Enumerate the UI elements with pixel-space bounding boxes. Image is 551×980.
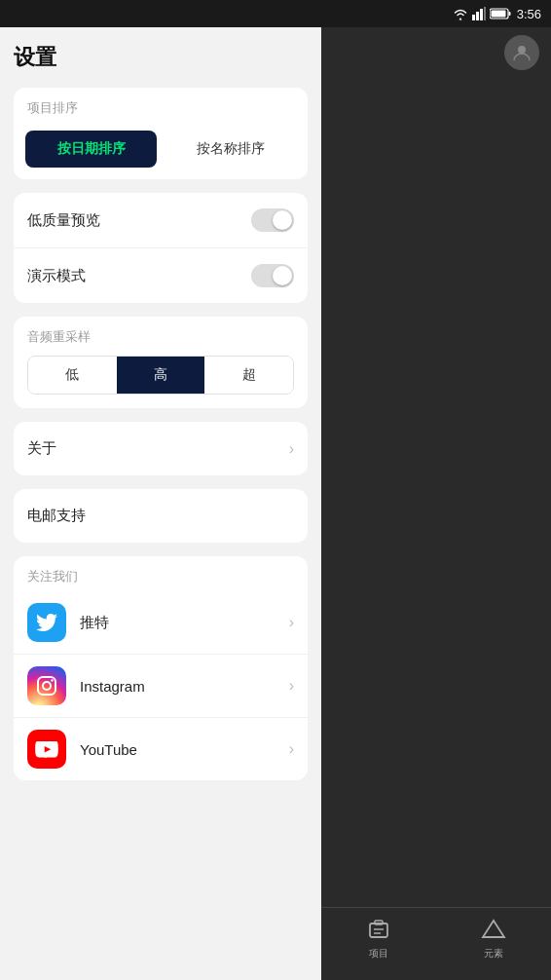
svg-rect-9: [375, 921, 383, 924]
right-panel-nav: 项目 元素: [321, 907, 551, 970]
nav-item-projects[interactable]: 项目: [366, 918, 391, 961]
toggle-low-quality-switch[interactable]: [251, 208, 294, 232]
resample-section-label: 音频重采样: [27, 328, 294, 346]
status-icons: 3:56: [453, 7, 541, 21]
battery-icon: [490, 8, 511, 19]
resample-ultra-button[interactable]: 超: [204, 357, 293, 394]
resample-section: 音频重采样 低 高 超: [14, 317, 308, 408]
social-item-youtube[interactable]: YouTube ›: [14, 718, 308, 780]
instagram-chevron-icon: ›: [289, 677, 294, 695]
about-label: 关于: [27, 439, 56, 458]
toggle-demo-mode-switch[interactable]: [251, 264, 294, 287]
instagram-icon-wrapper: [27, 666, 66, 705]
youtube-name: YouTube: [80, 741, 289, 758]
social-item-twitter[interactable]: 推特 ›: [14, 591, 308, 655]
svg-rect-5: [508, 12, 510, 16]
svg-rect-8: [370, 923, 387, 937]
about-chevron-icon: ›: [289, 440, 294, 458]
about-card[interactable]: 关于 ›: [14, 422, 308, 475]
nav-label-projects: 项目: [369, 947, 388, 961]
resample-high-button[interactable]: 高: [117, 357, 205, 394]
svg-rect-6: [491, 11, 505, 18]
about-row[interactable]: 关于 ›: [14, 422, 308, 475]
page-title: 设置: [14, 43, 308, 72]
youtube-icon-wrapper: [27, 730, 66, 769]
wifi-icon: [453, 7, 468, 20]
settings-panel: 设置 项目排序 按日期排序 按名称排序 低质量预览 演示模式 音频重采样 低: [0, 27, 321, 980]
toggle-low-quality-label: 低质量预览: [27, 211, 100, 230]
resample-buttons: 低 高 超: [27, 356, 294, 395]
follow-card: 关注我们 推特 › Instagram ›: [14, 556, 308, 780]
social-item-instagram[interactable]: Instagram ›: [14, 655, 308, 718]
twitter-name: 推特: [80, 614, 289, 632]
signal-icon: [472, 7, 486, 20]
svg-point-16: [51, 679, 53, 681]
svg-point-15: [43, 682, 51, 690]
toggles-card: 低质量预览 演示模式: [14, 193, 308, 303]
toggle-row-demo-mode: 演示模式: [14, 248, 308, 303]
follow-section-label: 关注我们: [14, 556, 308, 591]
email-card[interactable]: 电邮支持: [14, 489, 308, 543]
toggle-knob-2: [273, 266, 292, 285]
toggle-knob: [273, 210, 292, 230]
nav-label-elements: 元素: [484, 947, 503, 961]
right-panel: 项目 元素: [321, 0, 551, 980]
status-bar: 3:56: [0, 0, 551, 27]
status-time: 3:56: [517, 7, 541, 21]
email-row[interactable]: 电邮支持: [14, 489, 308, 543]
resample-low-button[interactable]: 低: [28, 357, 117, 394]
instagram-icon: [36, 675, 57, 697]
user-avatar[interactable]: [504, 35, 539, 70]
sort-card: 项目排序 按日期排序 按名称排序: [14, 88, 308, 179]
instagram-name: Instagram: [80, 678, 289, 695]
svg-point-7: [518, 46, 526, 54]
nav-item-elements[interactable]: 元素: [481, 918, 506, 961]
sort-buttons: 按日期排序 按名称排序: [14, 123, 308, 179]
toggle-row-low-quality: 低质量预览: [14, 193, 308, 248]
svg-rect-2: [480, 9, 483, 20]
resample-card: 音频重采样 低 高 超: [14, 317, 308, 408]
sort-section-label: 项目排序: [14, 88, 308, 123]
sort-by-date-button[interactable]: 按日期排序: [25, 131, 157, 168]
twitter-icon-wrapper: [27, 603, 66, 642]
youtube-chevron-icon: ›: [289, 740, 294, 758]
svg-marker-12: [483, 921, 504, 937]
svg-rect-3: [484, 7, 486, 20]
svg-rect-1: [476, 12, 479, 20]
toggle-demo-mode-label: 演示模式: [27, 267, 86, 285]
twitter-chevron-icon: ›: [289, 614, 294, 631]
twitter-icon: [36, 614, 57, 631]
email-label: 电邮支持: [27, 507, 86, 525]
youtube-icon: [35, 741, 58, 758]
svg-rect-0: [472, 15, 475, 20]
sort-by-name-button[interactable]: 按名称排序: [165, 131, 296, 168]
